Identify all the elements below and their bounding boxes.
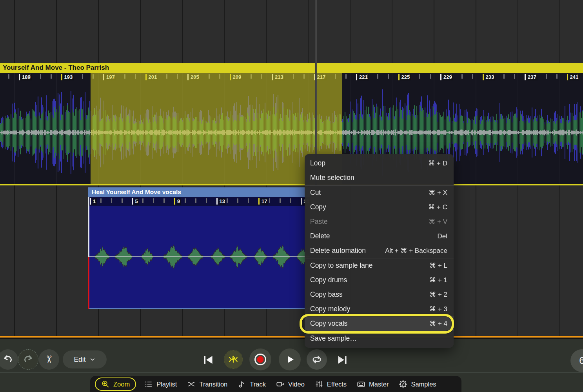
clip-edge-handle-top[interactable] bbox=[88, 197, 89, 257]
track-title-bar[interactable]: Yourself And Move - Theo Parrish bbox=[0, 63, 583, 73]
ruler-bar-tick bbox=[301, 198, 302, 205]
effects-sliders-icon bbox=[315, 380, 323, 388]
ruler-minor-tick bbox=[237, 198, 238, 203]
tab-samples-label: Samples bbox=[411, 381, 436, 388]
tab-transition-label: Transition bbox=[199, 381, 227, 388]
skip-to-start-button[interactable] bbox=[201, 352, 216, 367]
redo-button[interactable] bbox=[18, 349, 38, 370]
ruler-bar-number: 9 bbox=[176, 198, 181, 205]
menu-shortcut: ⌘ + 3 bbox=[429, 305, 447, 313]
menu-item-copy-to-sample-lane[interactable]: Copy to sample lane ⌘ + L bbox=[305, 258, 454, 273]
ruler-bar-tick bbox=[19, 74, 20, 80]
ruler-bar-tick bbox=[356, 74, 357, 80]
tab-video[interactable]: Video bbox=[271, 376, 310, 392]
clip-edge-handle-bottom[interactable] bbox=[88, 257, 89, 309]
menu-shortcut: Alt + ⌘ + Backspace bbox=[385, 247, 447, 255]
ruler-bar-number: 5 bbox=[134, 198, 139, 205]
ruler-bar-number: 1 bbox=[92, 198, 97, 205]
ruler-minor-tick bbox=[556, 74, 558, 79]
repeat-icon bbox=[311, 354, 323, 365]
skip-back-icon bbox=[202, 353, 215, 367]
menu-label: Delete bbox=[310, 232, 330, 240]
ruler-minor-tick bbox=[503, 74, 505, 79]
menu-item-mute-selection[interactable]: Mute selection bbox=[305, 171, 454, 185]
ruler-bar-tick bbox=[398, 74, 400, 80]
ruler-bar-tick bbox=[61, 74, 62, 80]
menu-item-copy-vocals[interactable]: Copy vocals ⌘ + 4 bbox=[305, 316, 454, 331]
menu-item-save-sample[interactable]: Save sample… bbox=[305, 331, 454, 346]
partial-right-button-label: 6 bbox=[579, 355, 583, 366]
ruler-bar-number: 17 bbox=[260, 198, 268, 205]
vocal-sample-clip[interactable]: Heal Yourself And Move vocals 159131721 bbox=[88, 187, 310, 310]
ruler-minor-tick bbox=[122, 198, 123, 203]
menu-item-cut[interactable]: Cut ⌘ + X bbox=[305, 185, 454, 200]
menu-label: Save sample… bbox=[310, 334, 357, 343]
partial-right-button[interactable]: 6 bbox=[570, 349, 583, 372]
smart-transition-icon bbox=[227, 354, 239, 365]
tab-playlist[interactable]: Playlist bbox=[139, 376, 182, 392]
menu-label: Delete automation bbox=[310, 247, 366, 255]
menu-label: Paste bbox=[310, 218, 328, 226]
cut-button[interactable]: ✂ bbox=[39, 349, 59, 370]
skip-to-end-button[interactable] bbox=[335, 352, 350, 367]
ruler-minor-tick bbox=[377, 74, 378, 79]
play-button[interactable] bbox=[279, 348, 301, 370]
bottom-bar: Zoom Playlist Transition bbox=[0, 372, 583, 392]
master-channel-icon bbox=[357, 380, 365, 388]
tab-video-label: Video bbox=[288, 381, 305, 388]
chevron-down-icon bbox=[89, 356, 96, 363]
ruler-bar-tick bbox=[216, 198, 218, 205]
undo-button[interactable] bbox=[0, 349, 18, 370]
menu-label: Copy to sample lane bbox=[310, 261, 373, 270]
menu-item-delete[interactable]: Delete Del bbox=[305, 229, 454, 243]
samples-badge-icon bbox=[399, 380, 407, 388]
menu-label: Copy bbox=[310, 203, 326, 211]
ruler-minor-tick bbox=[546, 74, 547, 79]
menu-label: Copy vocals bbox=[310, 319, 347, 328]
menu-label: Cut bbox=[310, 189, 321, 197]
record-icon bbox=[252, 352, 268, 367]
ruler-minor-tick bbox=[195, 198, 196, 203]
tab-samples[interactable]: Samples bbox=[394, 376, 441, 392]
smart-transition-button[interactable] bbox=[224, 350, 242, 368]
ruler-minor-tick bbox=[163, 198, 165, 203]
ruler-bar-tick bbox=[483, 74, 484, 80]
ruler-minor-tick bbox=[430, 74, 431, 79]
vocal-clip-title-bar[interactable]: Heal Yourself And Move vocals bbox=[88, 187, 310, 197]
menu-label: Copy bass bbox=[310, 290, 343, 299]
menu-item-copy-melody[interactable]: Copy melody ⌘ + 3 bbox=[305, 302, 454, 316]
menu-label: Loop bbox=[310, 159, 325, 167]
tab-track[interactable]: Track bbox=[232, 376, 271, 392]
toolbar: ✂ Edit bbox=[0, 338, 583, 372]
menu-item-copy[interactable]: Copy ⌘ + C bbox=[305, 200, 454, 214]
audio-track-lane[interactable]: 1891931972012052092132172212252292332372… bbox=[0, 73, 583, 184]
record-button[interactable] bbox=[249, 348, 271, 370]
menu-item-copy-drums[interactable]: Copy drums ⌘ + 1 bbox=[305, 273, 454, 287]
ruler-minor-tick bbox=[111, 198, 112, 203]
tab-transition[interactable]: Transition bbox=[182, 376, 232, 392]
view-tab-bar: Zoom Playlist Transition bbox=[90, 376, 461, 392]
bar-ruler-vocal[interactable]: 159131721 bbox=[88, 197, 310, 206]
menu-shortcut: ⌘ + X bbox=[429, 189, 447, 197]
tab-zoom[interactable]: Zoom bbox=[95, 377, 136, 391]
loop-playback-button[interactable] bbox=[307, 349, 327, 370]
playlist-icon bbox=[144, 380, 153, 388]
edit-menu-button[interactable]: Edit bbox=[63, 350, 107, 368]
ruler-bar-number: 189 bbox=[21, 74, 32, 80]
ruler-minor-tick bbox=[290, 198, 291, 203]
vocal-clip-body[interactable] bbox=[88, 206, 310, 309]
tab-master[interactable]: Master bbox=[352, 376, 394, 392]
ruler-minor-tick bbox=[185, 198, 186, 203]
ruler-minor-tick bbox=[40, 74, 41, 79]
ruler-minor-tick bbox=[51, 74, 52, 79]
menu-label: Copy drums bbox=[310, 276, 347, 284]
tab-effects[interactable]: Effects bbox=[310, 376, 352, 392]
zoom-magnifier-icon bbox=[101, 380, 110, 388]
transition-icon bbox=[187, 380, 196, 388]
redo-icon bbox=[22, 354, 34, 365]
menu-item-delete-automation[interactable]: Delete automation Alt + ⌘ + Backspace bbox=[305, 243, 454, 258]
menu-item-loop[interactable]: Loop ⌘ + D bbox=[305, 156, 454, 171]
menu-item-copy-bass[interactable]: Copy bass ⌘ + 2 bbox=[305, 287, 454, 302]
ruler-minor-tick bbox=[227, 198, 228, 203]
edit-menu-label: Edit bbox=[74, 356, 85, 364]
